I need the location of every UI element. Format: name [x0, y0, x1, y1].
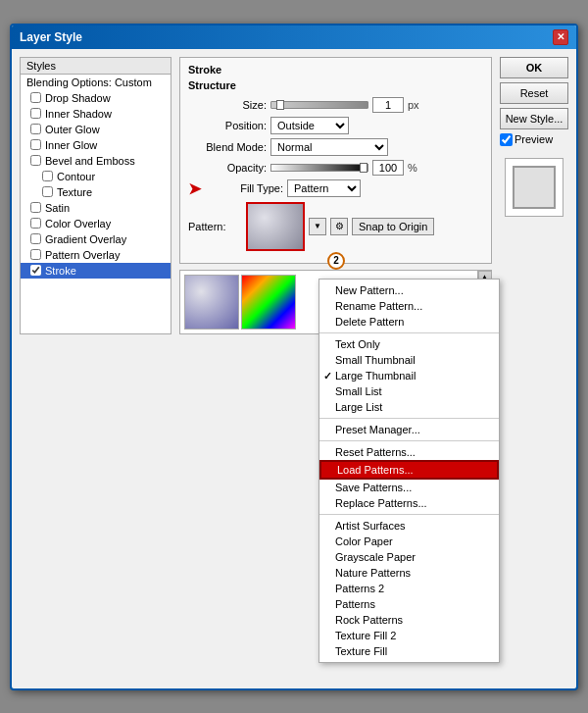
- fill-type-arrow: ➤: [188, 179, 201, 198]
- blend-mode-dropdown[interactable]: Normal Dissolve Multiply: [270, 138, 388, 156]
- snap-to-origin-button[interactable]: Snap to Origin: [352, 218, 434, 235]
- inner-glow-label: Inner Glow: [45, 139, 97, 151]
- pattern-overlay-label: Pattern Overlay: [45, 249, 120, 261]
- menu-replace-patterns[interactable]: Replace Patterns...: [319, 495, 499, 511]
- fill-type-dropdown[interactable]: Pattern Color Gradient: [287, 179, 361, 197]
- contour-checkbox[interactable]: [42, 171, 53, 181]
- contour-item[interactable]: Contour: [21, 169, 171, 184]
- right-buttons: OK Reset New Style... Preview: [500, 57, 568, 334]
- pattern-thumb-2[interactable]: [241, 275, 296, 330]
- position-dropdown[interactable]: Outside Inside Center: [270, 117, 349, 134]
- drop-shadow-item[interactable]: Drop Shadow: [21, 90, 171, 106]
- preview-checkbox-row: Preview: [500, 133, 568, 146]
- pattern-thumb-1[interactable]: [184, 275, 239, 330]
- size-input[interactable]: [372, 97, 404, 113]
- annotation-badge: 2: [327, 252, 345, 270]
- pattern-label: Pattern:: [188, 221, 242, 232]
- fill-type-row: ➤ Fill Type: Pattern Color Gradient: [188, 179, 483, 198]
- menu-patterns-2[interactable]: Patterns 2: [319, 581, 499, 596]
- blend-mode-label: Blend Mode:: [188, 141, 267, 153]
- stroke-item[interactable]: Stroke: [21, 263, 171, 279]
- blending-options-item[interactable]: Blending Options: Custom: [21, 75, 171, 90]
- size-unit: px: [408, 99, 419, 111]
- stroke-section: Stroke Structure Size: px Position: Outs…: [179, 57, 492, 264]
- menu-rock-patterns[interactable]: Rock Patterns: [319, 612, 499, 628]
- gradient-overlay-checkbox[interactable]: [30, 233, 41, 244]
- outer-glow-label: Outer Glow: [45, 124, 100, 135]
- satin-checkbox[interactable]: [30, 202, 41, 213]
- outer-glow-item[interactable]: Outer Glow: [21, 122, 171, 137]
- menu-large-thumbnail[interactable]: ✓Large Thumbnail: [319, 368, 499, 383]
- menu-color-paper[interactable]: Color Paper: [319, 534, 499, 549]
- new-style-button[interactable]: New Style...: [500, 108, 568, 129]
- menu-small-list[interactable]: Small List: [319, 383, 499, 399]
- bevel-emboss-checkbox[interactable]: [30, 155, 41, 166]
- opacity-input[interactable]: [372, 160, 404, 176]
- stroke-label: Stroke: [45, 265, 76, 277]
- menu-large-list[interactable]: Large List: [319, 399, 499, 415]
- pattern-rainbow-preview: [242, 276, 295, 329]
- pattern-preview-inner: [248, 204, 303, 249]
- menu-preset-manager[interactable]: Preset Manager...: [319, 422, 499, 437]
- inner-glow-checkbox[interactable]: [30, 139, 41, 150]
- menu-separator-4: [319, 514, 499, 515]
- reset-button[interactable]: Reset: [500, 82, 568, 104]
- size-slider[interactable]: [270, 101, 368, 109]
- pattern-dropdown-button[interactable]: ▼: [309, 218, 326, 235]
- stroke-checkbox[interactable]: [30, 265, 41, 276]
- menu-load-patterns[interactable]: Load Patterns...: [319, 460, 499, 480]
- menu-patterns[interactable]: Patterns: [319, 596, 499, 612]
- structure-title: Structure: [188, 79, 483, 91]
- inner-glow-item[interactable]: Inner Glow: [21, 137, 171, 153]
- opacity-slider[interactable]: [270, 164, 368, 172]
- menu-grayscale-paper[interactable]: Grayscale Paper: [319, 549, 499, 565]
- position-row: Position: Outside Inside Center: [188, 117, 483, 134]
- menu-delete-pattern[interactable]: Delete Pattern: [319, 314, 499, 330]
- size-row: Size: px: [188, 97, 483, 113]
- menu-rename-pattern[interactable]: Rename Pattern...: [319, 298, 499, 314]
- pattern-gear-button[interactable]: ⚙: [330, 218, 348, 235]
- bevel-emboss-item[interactable]: Bevel and Emboss: [21, 153, 171, 169]
- ok-button[interactable]: OK: [500, 57, 568, 78]
- satin-label: Satin: [45, 202, 70, 214]
- menu-texture-fill-2[interactable]: Texture Fill 2: [319, 628, 499, 643]
- menu-new-pattern[interactable]: New Pattern...: [319, 282, 499, 298]
- context-menu: 2 New Pattern... Rename Pattern... Delet…: [318, 279, 500, 663]
- stroke-title: Stroke: [188, 64, 483, 76]
- menu-text-only[interactable]: Text Only: [319, 336, 499, 352]
- close-button[interactable]: ✕: [553, 29, 568, 45]
- blending-options-label: Blending Options: Custom: [26, 76, 152, 88]
- fill-type-label: Fill Type:: [205, 182, 283, 194]
- pattern-row: Pattern: ▼ ⚙ Snap to Origin: [188, 202, 483, 251]
- color-overlay-checkbox[interactable]: [30, 218, 41, 229]
- menu-separator-3: [319, 440, 499, 441]
- color-overlay-item[interactable]: Color Overlay: [21, 216, 171, 231]
- bevel-emboss-label: Bevel and Emboss: [45, 155, 135, 167]
- texture-item[interactable]: Texture: [21, 184, 171, 200]
- pattern-overlay-checkbox[interactable]: [30, 249, 41, 260]
- inner-shadow-label: Inner Shadow: [45, 108, 112, 120]
- inner-shadow-item[interactable]: Inner Shadow: [21, 106, 171, 122]
- menu-reset-patterns[interactable]: Reset Patterns...: [319, 444, 499, 460]
- satin-item[interactable]: Satin: [21, 200, 171, 216]
- drop-shadow-checkbox[interactable]: [30, 92, 41, 103]
- menu-texture-fill[interactable]: Texture Fill: [319, 643, 499, 659]
- contour-label: Contour: [57, 171, 95, 182]
- menu-separator-2: [319, 418, 499, 419]
- preview-box: [505, 158, 564, 217]
- menu-small-thumbnail[interactable]: Small Thumbnail: [319, 352, 499, 368]
- layer-style-dialog: Layer Style ✕ Styles Blending Options: C…: [10, 24, 578, 690]
- pattern-overlay-item[interactable]: Pattern Overlay: [21, 247, 171, 263]
- title-bar: Layer Style ✕: [12, 25, 576, 49]
- gradient-overlay-item[interactable]: Gradient Overlay: [21, 231, 171, 247]
- opacity-unit: %: [408, 162, 417, 174]
- menu-save-patterns[interactable]: Save Patterns...: [319, 480, 499, 495]
- texture-checkbox[interactable]: [42, 186, 53, 197]
- inner-shadow-checkbox[interactable]: [30, 108, 41, 119]
- menu-nature-patterns[interactable]: Nature Patterns: [319, 565, 499, 581]
- menu-artist-surfaces[interactable]: Artist Surfaces: [319, 518, 499, 534]
- texture-label: Texture: [57, 186, 92, 198]
- outer-glow-checkbox[interactable]: [30, 124, 41, 134]
- preview-checkbox[interactable]: [500, 133, 513, 146]
- menu-separator-1: [319, 332, 499, 333]
